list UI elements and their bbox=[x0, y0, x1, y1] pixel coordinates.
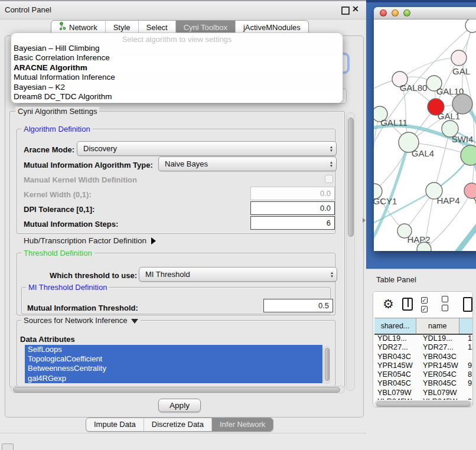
attributes-scrollbar-thumb[interactable] bbox=[325, 348, 330, 381]
table-hscrollbar-thumb[interactable] bbox=[376, 402, 471, 407]
manual-kernel-checkbox[interactable] bbox=[325, 175, 333, 183]
attribute-item-topologicalcoefficient[interactable]: TopologicalCoefficient bbox=[25, 354, 322, 364]
tab-infer-network-label: Infer Network bbox=[220, 418, 265, 431]
cell-shared-name: YBR045C bbox=[374, 379, 420, 387]
split-divider-arrow-icon[interactable] bbox=[363, 218, 366, 223]
attribute-item-betweennesscentrality[interactable]: BetweennessCentrality bbox=[25, 364, 322, 373]
cell-shared-name: YBL079W bbox=[374, 388, 420, 397]
algorithm-popup-list: Bayesian – Hill ClimbingBasic Correlatio… bbox=[11, 44, 343, 102]
network-canvas[interactable]: GALGAL80GAL10GAL1SWI4GAL11GAL4GCY1HAP4YH… bbox=[374, 19, 476, 251]
settings-vertical-scrollbar[interactable] bbox=[346, 112, 355, 391]
column-header-shared[interactable]: shared... bbox=[374, 318, 416, 334]
sources-group-title[interactable]: Sources for Network Inference bbox=[21, 316, 141, 325]
algorithm-popup-prompt: Select algorithm to view settings bbox=[11, 33, 343, 44]
tab-discretize-data[interactable]: Discretize Data bbox=[144, 418, 211, 431]
aracne-mode-combo[interactable]: Discovery ▲▼ bbox=[77, 141, 337, 156]
cell-value: 13 bbox=[468, 334, 473, 343]
settings-hscrollbar-thumb[interactable] bbox=[13, 387, 340, 393]
cell-name: YBR045C bbox=[420, 379, 468, 387]
mi-threshold-group-title: MI Threshold Definition bbox=[26, 283, 109, 292]
control-panel-title: Control Panel bbox=[5, 5, 51, 14]
cell-value: 8. bbox=[468, 370, 473, 379]
attribute-item-gal4rgexp[interactable]: gal4RGexp bbox=[25, 374, 322, 383]
mi-type-label: Mutual Information Algorithm Type: bbox=[24, 161, 153, 169]
settings-scrollbar-thumb[interactable] bbox=[348, 118, 354, 237]
network-window: GALGAL80GAL10GAL1SWI4GAL11GAL4GCY1HAP4YH… bbox=[374, 7, 476, 251]
kernel-width-field[interactable]: 0.0 bbox=[250, 187, 335, 200]
tab-impute-data[interactable]: Impute Data bbox=[86, 418, 144, 431]
zoom-traffic-light[interactable] bbox=[403, 9, 410, 17]
which-threshold-value: MI Threshold bbox=[139, 270, 327, 279]
split-columns-icon[interactable] bbox=[402, 298, 413, 311]
close-traffic-light[interactable] bbox=[380, 9, 387, 17]
table-row[interactable]: YER054CYER054C8. bbox=[374, 370, 473, 379]
tab-impute-data-label: Impute Data bbox=[94, 418, 136, 431]
stepper-arrows-icon: ▲▼ bbox=[327, 145, 336, 152]
cell-name: YLR345W bbox=[420, 397, 468, 400]
column-header-name[interactable]: name bbox=[416, 318, 459, 334]
minimize-traffic-light[interactable] bbox=[392, 9, 399, 17]
cell-name: YPR145W bbox=[420, 361, 468, 370]
aracne-mode-value: Discovery bbox=[77, 144, 327, 153]
cell-name: YBR043C bbox=[420, 352, 468, 361]
table-panel-title: Table Panel bbox=[376, 275, 416, 284]
attribute-item-selfloops[interactable]: SelfLoops bbox=[25, 345, 322, 354]
attributes-scrollbar[interactable] bbox=[323, 346, 330, 384]
algorithm-option-basic-correlation-inference[interactable]: Basic Correlation Inference bbox=[11, 53, 343, 63]
mi-steps-field[interactable]: 6 bbox=[250, 216, 335, 230]
cell-value: 9. bbox=[468, 361, 473, 370]
apply-button[interactable]: Apply bbox=[158, 399, 201, 412]
docked-panel-grip[interactable] bbox=[2, 444, 14, 450]
cell-shared-name: YDR27... bbox=[374, 343, 420, 351]
network-node-gal[interactable] bbox=[451, 50, 467, 66]
cyni-settings-group-title: Cyni Algorithm Settings bbox=[15, 107, 99, 116]
table-row[interactable]: YDL19...YDL19...13 bbox=[374, 334, 473, 343]
table-row[interactable]: YPR145WYPR145W9. bbox=[374, 361, 473, 370]
gear-icon[interactable]: ⚙ bbox=[383, 298, 394, 310]
algorithm-option-mutual-information-inference[interactable]: Mutual Information Inference bbox=[11, 73, 343, 82]
threshold-group-title: Threshold Definition bbox=[21, 249, 94, 257]
close-icon[interactable]: ✕ bbox=[352, 4, 359, 14]
table-row[interactable]: YDR27...YDR27...12 bbox=[374, 343, 473, 351]
cell-value: 9. bbox=[468, 397, 473, 400]
algorithm-option-bayesian-hill-climbing[interactable]: Bayesian – Hill Climbing bbox=[11, 44, 343, 53]
network-graph: GALGAL80GAL10GAL1SWI4GAL11GAL4GCY1HAP4YH… bbox=[374, 19, 476, 251]
node-label-hap4: HAP4 bbox=[436, 195, 459, 206]
table-row[interactable]: YLR345WYLR345W9. bbox=[374, 397, 473, 400]
mi-type-combo[interactable]: Naive Bayes ▲▼ bbox=[158, 156, 337, 171]
cell-name: YDL19... bbox=[420, 334, 468, 343]
cyni-bottom-tabbar: Impute DataDiscretize DataInfer Network bbox=[86, 418, 273, 432]
expander-right-icon bbox=[151, 237, 156, 244]
algorithm-option-aracne-algorithm[interactable]: ARACNE Algorithm bbox=[11, 63, 343, 73]
table-row[interactable]: YBR043CYBR043C bbox=[374, 352, 473, 361]
deselect-all-columns-icon[interactable] bbox=[442, 295, 455, 313]
tab-infer-network[interactable]: Infer Network bbox=[211, 418, 273, 431]
algorithm-option-bayesian-k2[interactable]: Bayesian – K2 bbox=[11, 83, 343, 92]
mi-threshold-field[interactable]: 0.5 bbox=[263, 299, 333, 312]
dpi-tolerance-label: DPI Tolerance [0,1]: bbox=[24, 205, 94, 214]
select-all-columns-icon[interactable]: ✓✓ bbox=[421, 295, 434, 313]
algorithm-option-dream8-dc-tdc-algorithm[interactable]: Dream8 DC_TDC Algorithm bbox=[11, 92, 343, 102]
manual-kernel-label: Manual Kernel Width Definition bbox=[24, 175, 137, 184]
which-threshold-combo[interactable]: MI Threshold ▲▼ bbox=[139, 267, 337, 282]
cell-name: YER054C bbox=[420, 370, 468, 379]
stepper-arrows-icon: ▲▼ bbox=[327, 161, 336, 168]
node-label-gal4: GAL4 bbox=[412, 148, 434, 158]
algorithm-popup: Select algorithm to view settings Bayesi… bbox=[11, 32, 343, 103]
hub-definition-expander[interactable]: Hub/Transcription Factor Definition bbox=[24, 236, 156, 245]
network-node[interactable] bbox=[461, 145, 476, 165]
settings-horizontal-scrollbar[interactable] bbox=[11, 386, 345, 393]
cell-value bbox=[468, 388, 473, 397]
table-row[interactable]: YBL079WYBL079W bbox=[374, 388, 473, 397]
table-header: shared...name bbox=[374, 318, 473, 335]
table-horizontal-scrollbar[interactable] bbox=[374, 400, 472, 407]
cell-shared-name: YLR345W bbox=[374, 397, 420, 400]
network-node[interactable] bbox=[452, 94, 472, 114]
column-header-2[interactable] bbox=[459, 318, 473, 334]
cell-value: 9. bbox=[468, 379, 473, 387]
table-row[interactable]: YBR045CYBR045C9. bbox=[374, 379, 473, 387]
network-window-titlebar[interactable] bbox=[374, 7, 476, 19]
export-table-icon[interactable] bbox=[463, 297, 472, 312]
float-window-icon[interactable] bbox=[341, 6, 350, 15]
dpi-tolerance-field[interactable]: 0.0 bbox=[250, 201, 335, 215]
